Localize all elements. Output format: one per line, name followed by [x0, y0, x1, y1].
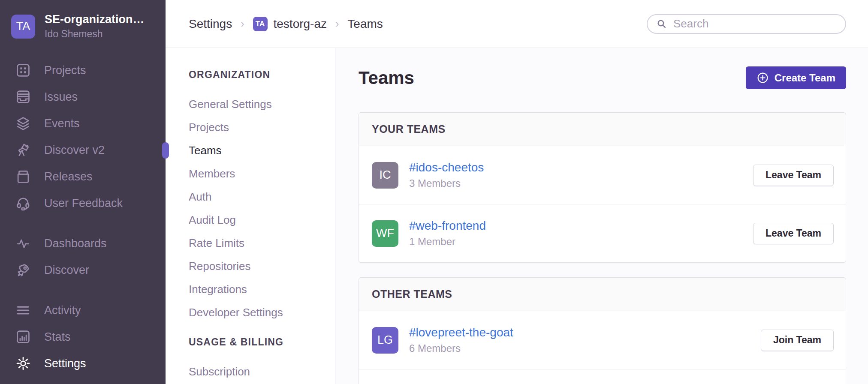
nav-item-repositories[interactable]: Repositories — [189, 260, 335, 273]
projects-grid-icon — [15, 62, 31, 78]
events-layers-icon — [15, 115, 31, 132]
your-teams-panel: YOUR TEAMS IC #idos-cheetos 3 Members Le… — [359, 112, 846, 263]
team-name-link[interactable]: #lovepreet-the-goat — [409, 326, 513, 339]
chevron-right-icon: › — [241, 18, 244, 30]
team-member-count: 1 Member — [409, 236, 753, 248]
issues-tray-icon — [15, 89, 31, 105]
pulse-icon — [15, 235, 31, 252]
nav-item-projects[interactable]: Projects — [189, 121, 335, 134]
breadcrumb: Settings › TA testorg-az › Teams — [189, 17, 383, 31]
nav-item-audit-log[interactable]: Audit Log — [189, 213, 335, 226]
org-meta: SE-organization… Ido Shemesh — [45, 13, 145, 40]
archive-box-icon — [15, 168, 31, 185]
team-info: #lovepreet-the-goat 6 Members — [409, 326, 761, 354]
settings-content: ORGANIZATION General Settings Projects T… — [166, 48, 868, 384]
team-member-count: 6 Members — [409, 342, 761, 354]
nav-item-integrations[interactable]: Integrations — [189, 283, 335, 296]
telescope-icon — [15, 142, 31, 158]
sidebar-item-projects[interactable]: Projects — [0, 57, 166, 84]
chevron-right-icon: › — [335, 18, 339, 30]
gear-icon — [15, 355, 31, 372]
nav-item-rate-limits[interactable]: Rate Limits — [189, 237, 335, 249]
sidebar-item-label: Releases — [44, 170, 93, 183]
sidebar-item-discover-v2[interactable]: Discover v2 — [0, 137, 166, 163]
org-badge: TA — [253, 17, 268, 31]
org-avatar[interactable]: TA — [11, 15, 35, 39]
team-name-link[interactable]: #idos-cheetos — [409, 161, 484, 174]
sidebar-item-discover[interactable]: Discover — [0, 257, 166, 283]
nav-item-auth[interactable]: Auth — [189, 190, 335, 203]
app-sidebar: TA SE-organization… Ido Shemesh Projects — [0, 0, 166, 384]
org-name: SE-organization… — [45, 13, 145, 26]
team-member-count: 3 Members — [409, 177, 753, 189]
breadcrumb-page: Teams — [347, 17, 383, 31]
team-avatar: WF — [372, 220, 398, 247]
team-row-partial — [359, 369, 846, 384]
search-box[interactable] — [647, 14, 846, 34]
sidebar-item-label: Discover v2 — [44, 144, 105, 157]
sidebar-item-dashboards[interactable]: Dashboards — [0, 230, 166, 257]
team-avatar: LG — [372, 327, 398, 354]
team-row-web-frontend: WF #web-frontend 1 Member Leave Team — [359, 204, 846, 262]
nav-item-developer-settings[interactable]: Developer Settings — [189, 306, 335, 319]
nav-section-heading-usage-billing: USAGE & BILLING — [189, 336, 335, 348]
leave-team-button[interactable]: Leave Team — [753, 165, 834, 186]
nav-item-teams[interactable]: Teams — [189, 144, 335, 157]
top-header: Settings › TA testorg-az › Teams — [166, 0, 868, 48]
join-team-button[interactable]: Join Team — [761, 330, 834, 351]
plus-circle-icon — [756, 72, 769, 84]
create-team-button[interactable]: Create Team — [746, 66, 846, 89]
team-info: #web-frontend 1 Member — [409, 219, 753, 248]
sidebar-item-label: Dashboards — [44, 237, 107, 250]
sidebar-item-label: Settings — [44, 357, 86, 370]
sidebar-item-releases[interactable]: Releases — [0, 163, 166, 190]
sidebar-item-activity[interactable]: Activity — [0, 297, 166, 324]
sidebar-item-label: Discover — [44, 264, 89, 277]
list-lines-icon — [15, 302, 31, 318]
breadcrumb-settings[interactable]: Settings — [189, 17, 232, 31]
title-row: Teams Create Team — [359, 66, 846, 89]
other-teams-panel: OTHER TEAMS LG #lovepreet-the-goat 6 Mem… — [359, 277, 846, 384]
sidebar-item-label: Stats — [44, 330, 71, 344]
sidebar-item-label: Projects — [44, 64, 86, 77]
breadcrumb-org-label: testorg-az — [274, 17, 327, 31]
leave-team-button[interactable]: Leave Team — [753, 223, 834, 244]
search-input[interactable] — [673, 17, 837, 30]
right-column: Settings › TA testorg-az › Teams ORGANIZ… — [166, 0, 868, 384]
sidebar-item-label: Issues — [44, 90, 78, 104]
nav-section-heading-organization: ORGANIZATION — [189, 69, 335, 81]
search-icon — [656, 18, 667, 29]
sidebar-item-label: Activity — [44, 304, 81, 317]
team-avatar: IC — [372, 162, 398, 189]
team-row-idos-cheetos: IC #idos-cheetos 3 Members Leave Team — [359, 146, 846, 204]
panel-heading-your-teams: YOUR TEAMS — [359, 113, 846, 146]
headset-icon — [15, 195, 31, 211]
org-switcher[interactable]: TA SE-organization… Ido Shemesh — [0, 0, 166, 40]
create-team-label: Create Team — [775, 72, 835, 84]
team-name-link[interactable]: #web-frontend — [409, 219, 486, 233]
sidebar-nav-group-primary: Projects Issues Events — [0, 57, 166, 216]
bar-chart-icon — [15, 329, 31, 345]
sidebar-nav-group-tertiary: Activity Stats — [0, 297, 166, 350]
sidebar-item-label: Events — [44, 117, 80, 130]
sidebar-item-user-feedback[interactable]: User Feedback — [0, 190, 166, 216]
panel-heading-other-teams: OTHER TEAMS — [359, 278, 846, 311]
active-nav-indicator — [162, 142, 169, 159]
nav-item-members[interactable]: Members — [189, 167, 335, 180]
sidebar-item-settings[interactable]: Settings — [0, 350, 166, 377]
rocket-icon — [15, 262, 31, 278]
settings-nav: ORGANIZATION General Settings Projects T… — [166, 48, 335, 384]
teams-main: Teams Create Team YOUR TEAMS IC #idos-c — [335, 48, 868, 384]
nav-item-general-settings[interactable]: General Settings — [189, 98, 335, 111]
sidebar-item-stats[interactable]: Stats — [0, 324, 166, 350]
user-name: Ido Shemesh — [45, 28, 145, 40]
breadcrumb-org[interactable]: TA testorg-az — [253, 17, 327, 31]
team-info: #idos-cheetos 3 Members — [409, 161, 753, 189]
sidebar-nav-group-secondary: Dashboards Discover — [0, 230, 166, 283]
nav-item-subscription[interactable]: Subscription — [189, 365, 335, 378]
sidebar-item-issues[interactable]: Issues — [0, 84, 166, 110]
sidebar-item-label: User Feedback — [44, 197, 123, 210]
page-title: Teams — [359, 68, 414, 88]
team-row-lovepreet-the-goat: LG #lovepreet-the-goat 6 Members Join Te… — [359, 311, 846, 369]
sidebar-item-events[interactable]: Events — [0, 110, 166, 137]
